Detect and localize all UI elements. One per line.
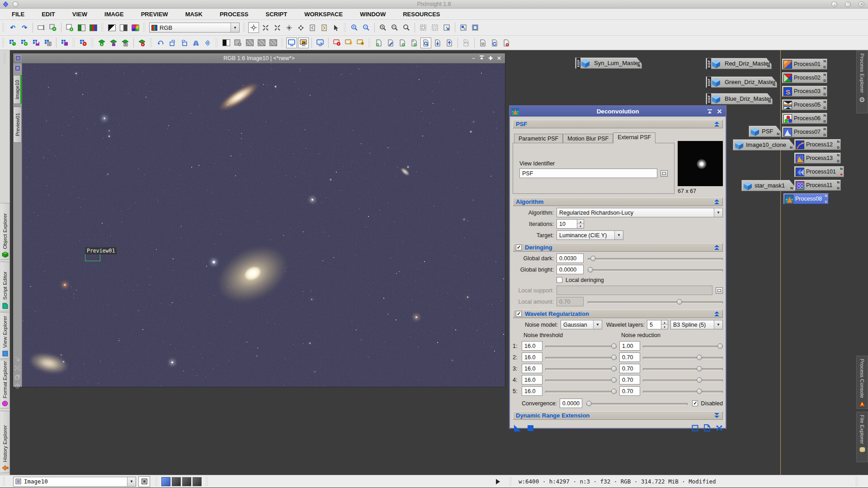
sidebar-tab-object-explorer[interactable]: Object Explorer [0,203,10,260]
target-select[interactable]: Luminance (CIE Y) ▼ [557,230,623,240]
menu-preview[interactable]: PREVIEW [141,9,168,19]
section-wavelet-header[interactable]: Wavelet Regularization [513,310,723,318]
toolbar-drag-handle[interactable] [215,38,218,48]
file-explore-icon[interactable] [420,38,431,48]
toolbar-drag-handle[interactable] [143,23,146,33]
center-image-icon[interactable] [283,22,294,33]
algorithm-select[interactable]: Regularized Richardson-Lucy ▼ [557,208,723,217]
image-tag-syn-lum-master[interactable]: XISF Syn_Lum_Master N [575,57,642,69]
threshold-input[interactable]: 16.0 [522,341,542,351]
threshold-slider[interactable] [545,365,617,372]
toolbar-drag-handle[interactable] [368,38,371,48]
mask-remove-icon[interactable] [232,38,243,48]
file-reload-icon[interactable] [489,38,500,48]
stf-delete-icon[interactable] [331,38,342,48]
rotate-90cw-icon[interactable] [167,38,178,48]
invert-display-icon[interactable] [106,22,117,33]
selection-frame-icon[interactable] [14,365,20,371]
mask-select-icon[interactable] [268,38,278,48]
previous-view-icon[interactable] [307,22,318,33]
toolbar-drag-handle[interactable] [91,38,94,48]
dock-tab-process-explorer[interactable]: Process Explorer ⚙ [856,50,868,113]
wavelet-checkbox[interactable] [516,311,522,317]
reset-icon[interactable] [716,425,723,432]
collapse-section-icon[interactable] [714,245,720,250]
toolbar-drag-handle[interactable] [2,23,5,33]
process-icon-process11[interactable]: Process11 N D [794,180,841,191]
icons-save-icon[interactable] [108,38,119,48]
process-icon-process12[interactable]: Process12 N D [794,139,841,150]
workspace-2-button[interactable] [172,477,181,486]
section-algorithm-header[interactable]: Algorithm [513,197,723,206]
workspace-3-button[interactable] [182,477,191,486]
pan-mode-icon[interactable] [248,22,259,33]
reduction-input[interactable]: 1.00 [619,341,640,351]
reduction-slider[interactable] [643,354,723,361]
fit-view-icon[interactable] [295,22,306,33]
image-tag-red-driz-master[interactable]: XISF Red_Driz_Master N [706,58,772,69]
rotate-90ccw-icon[interactable] [179,38,189,48]
shade-image-window-icon[interactable] [479,55,484,60]
zoom-contract-icon[interactable] [272,22,283,33]
reduction-slider[interactable] [643,376,723,384]
undo-icon[interactable]: ↶ [7,22,18,33]
zoom-tool-icon[interactable] [377,22,388,33]
deconvolution-dialog[interactable]: Deconvolution PSF Parametric PSF Motion … [509,105,726,429]
stf-boost-icon[interactable] [343,38,354,48]
threshold-input[interactable]: 16.0 [522,386,542,396]
image-tag-blue-driz-master[interactable]: XISF Blue_Driz_Master N [706,93,773,104]
local-amount-slider[interactable] [588,298,723,305]
screen-stf-icon[interactable] [286,38,297,48]
process-add-icon[interactable] [19,38,30,48]
shade-dialog-icon[interactable] [707,109,712,114]
tab-parametric-psf[interactable]: Parametric PSF [514,134,563,143]
window-green-icon[interactable] [76,22,87,33]
dock-divider[interactable] [780,50,781,475]
section-deringing-header[interactable]: Deringing [513,243,723,252]
threshold-slider[interactable] [545,354,617,361]
grayscale-display-icon[interactable] [118,22,129,33]
reduction-input[interactable]: 0.70 [619,352,640,362]
spin-down-icon[interactable]: ▼ [661,325,668,329]
local-deringing-checkbox[interactable] [557,277,562,283]
browse-documentation-icon[interactable] [704,424,710,432]
threshold-slider[interactable] [545,343,617,350]
menu-script[interactable]: SCRIPT [265,9,287,19]
close-image-window-icon[interactable]: ✕ [497,55,501,61]
chevron-down-icon[interactable]: ▼ [614,231,623,239]
zoom-fit-icon[interactable] [401,22,412,33]
global-dark-input[interactable]: 0.0030 [557,253,584,263]
reduction-input[interactable]: 0.70 [619,386,640,396]
rename-view-icon[interactable] [36,22,47,33]
convergence-input[interactable]: 0.0000 [560,399,583,408]
zoom-in-icon[interactable] [349,22,360,33]
toolbar-drag-handle[interactable] [243,23,246,33]
realtime-preview-icon[interactable] [692,425,698,432]
convergence-slider[interactable] [586,400,688,407]
screen-24bit-icon[interactable]: 24 [298,38,309,48]
window-rgb-icon[interactable] [88,22,99,33]
statusbar-drag-handle[interactable] [509,477,512,487]
display-channel-selector[interactable]: RGB ▼ [149,23,240,33]
chevron-down-icon[interactable]: ▼ [714,208,722,217]
file-close-icon[interactable] [501,38,512,48]
spin-up-icon[interactable]: ▲ [661,320,668,325]
flip-horizontal-icon[interactable] [190,38,201,48]
apply-icon[interactable] [527,425,534,432]
menu-resources[interactable]: RESOURCES [403,9,440,19]
file-download-icon[interactable] [432,38,443,48]
image-window-titlebar[interactable]: RGB 1:6 Image10 | <*new*> − ✚ ✕ [13,53,505,63]
toolbar-drag-handle[interactable] [344,23,347,33]
spin-up-icon[interactable]: ▲ [577,220,584,224]
image-window[interactable]: RGB 1:6 Image10 | <*new*> − ✚ ✕ Image10 … [13,53,505,387]
next-view-icon[interactable] [319,22,330,33]
icons-load-icon[interactable] [96,38,107,48]
cursor-arrow-icon[interactable] [330,22,341,33]
color-profile-icon[interactable] [130,22,141,33]
menu-workspace[interactable]: WORKSPACE [304,9,343,19]
image-tag-green-driz-master[interactable]: XISF Green_Driz_Master N [706,76,777,88]
threshold-slider[interactable] [545,388,617,395]
image-tag-image10-clone[interactable]: Image10_clone N [733,139,794,150]
toolbar-drag-handle[interactable] [101,23,104,33]
redo-icon[interactable]: ↷ [19,22,30,33]
